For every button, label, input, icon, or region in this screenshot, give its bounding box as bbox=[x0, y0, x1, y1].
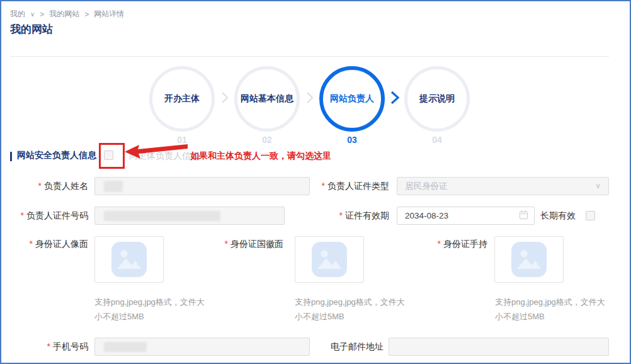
section-accent-bar bbox=[10, 152, 12, 161]
step-arrow-active-icon bbox=[389, 90, 401, 105]
redacted-value bbox=[104, 181, 123, 192]
calendar-icon bbox=[520, 212, 528, 219]
cert-no-label: *负责人证件号码 bbox=[1, 207, 88, 225]
image-placeholder-icon bbox=[111, 241, 147, 278]
required-mark: * bbox=[47, 341, 50, 351]
annotation-arrow-icon bbox=[125, 142, 189, 160]
step-3-label: 网站负责人 bbox=[330, 93, 374, 105]
title-divider bbox=[10, 56, 609, 57]
annotation-text: 如果和主体负责人一致，请勾选这里 bbox=[190, 151, 331, 162]
image-placeholder-icon bbox=[311, 241, 348, 278]
redacted-value bbox=[104, 342, 147, 352]
id-holding-upload[interactable] bbox=[494, 236, 564, 283]
id-front-upload[interactable] bbox=[94, 236, 164, 283]
cert-type-label: *负责人证件类型 bbox=[266, 177, 389, 195]
website-detail-page: 我的 ∨ > 我的网站 > 网站详情 我的网站 开办主体 网站基本信息 网站负责… bbox=[0, 0, 631, 364]
step-2-number: 02 bbox=[234, 135, 300, 145]
chevron-down-icon: ∨ bbox=[595, 178, 601, 195]
email-input bbox=[389, 338, 609, 356]
required-mark: * bbox=[30, 239, 33, 249]
step-4-circle[interactable]: 提示说明 bbox=[404, 66, 470, 132]
required-mark: * bbox=[438, 239, 441, 249]
long-term-label: 长期有效 bbox=[540, 207, 581, 225]
upload-hint: 支持png,jpeg,jpg格式，文件大小不超过5MB bbox=[94, 295, 227, 324]
breadcrumb: 我的 ∨ > 我的网站 > 网站详情 bbox=[10, 9, 124, 20]
step-1-label: 开办主体 bbox=[164, 93, 200, 105]
step-3-circle[interactable]: 网站负责人 bbox=[319, 66, 385, 132]
image-placeholder-icon bbox=[511, 241, 547, 278]
breadcrumb-item-my-websites[interactable]: 我的网站 bbox=[49, 9, 79, 20]
name-label: *负责人姓名 bbox=[1, 177, 88, 195]
breadcrumb-item-website-detail: 网站详情 bbox=[94, 9, 124, 20]
valid-date-value: 2034-08-23 bbox=[397, 207, 534, 224]
annotation-highlight-box bbox=[99, 143, 125, 169]
id-front-label: *身份证人像面 bbox=[1, 235, 88, 253]
page-title: 我的网站 bbox=[10, 22, 53, 37]
step-2-label: 网站基本信息 bbox=[241, 93, 293, 105]
cert-type-value: 居民身份证 bbox=[397, 178, 608, 195]
step-2-circle[interactable]: 网站基本信息 bbox=[234, 66, 300, 132]
required-mark: * bbox=[38, 181, 42, 191]
id-back-label: *身份证国徽面 bbox=[190, 235, 283, 253]
valid-date-picker[interactable]: 2034-08-23 bbox=[397, 207, 535, 225]
breadcrumb-separator: > bbox=[40, 10, 44, 19]
mobile-input bbox=[94, 338, 310, 356]
long-term-checkbox[interactable] bbox=[586, 211, 595, 220]
section-title: 网站安全负责人信息 bbox=[17, 150, 96, 161]
step-arrow-icon bbox=[220, 91, 229, 104]
step-3-number: 03 bbox=[319, 135, 385, 145]
mobile-label: *手机号码 bbox=[1, 338, 88, 356]
required-mark: * bbox=[225, 239, 228, 249]
step-4-number: 04 bbox=[404, 135, 470, 145]
step-1-circle[interactable]: 开办主体 bbox=[149, 66, 215, 132]
step-arrow-icon bbox=[305, 91, 314, 104]
cert-type-select[interactable]: 居民身份证 ∨ bbox=[397, 177, 609, 195]
id-back-upload[interactable] bbox=[295, 236, 364, 283]
cert-no-input bbox=[94, 207, 285, 225]
id-holding-label: *身份证手持 bbox=[379, 235, 487, 253]
required-mark: * bbox=[21, 210, 24, 220]
redacted-value bbox=[104, 211, 220, 221]
upload-hint: 支持png,jpeg,jpg格式，文件大小不超过5MB bbox=[495, 295, 627, 324]
breadcrumb-separator: > bbox=[84, 10, 89, 19]
required-mark: * bbox=[322, 181, 325, 191]
chevron-down-icon[interactable]: ∨ bbox=[30, 11, 35, 18]
required-mark: * bbox=[339, 210, 343, 220]
email-label: 电子邮件地址 bbox=[285, 338, 384, 356]
step-4-label: 提示说明 bbox=[419, 93, 455, 105]
upload-hint: 支持png,jpeg,jpg格式，文件大小不超过5MB bbox=[295, 295, 427, 324]
valid-date-label: *证件有效期 bbox=[266, 207, 389, 225]
breadcrumb-item-my[interactable]: 我的 bbox=[10, 9, 25, 20]
